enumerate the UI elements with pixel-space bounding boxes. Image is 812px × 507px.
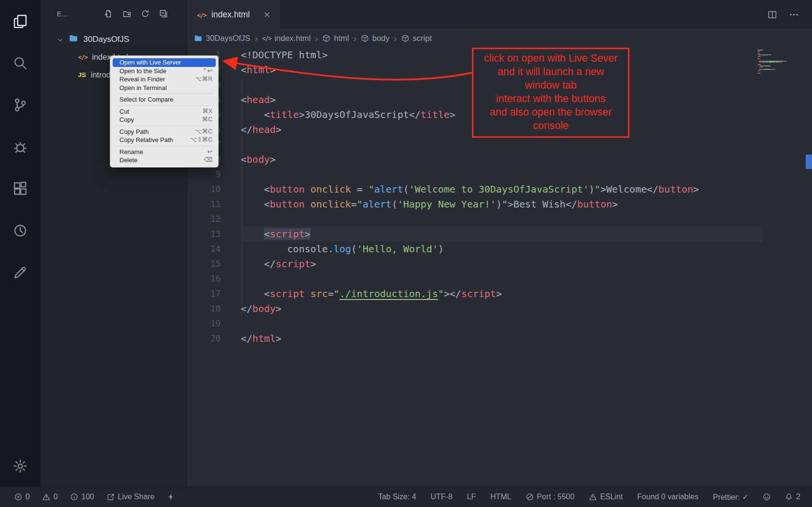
activity-debug[interactable] (0, 126, 40, 168)
menu-item-reveal-in-finder[interactable]: Reveal in Finder⌥⌘R (110, 75, 218, 84)
split-editor-button[interactable] (768, 10, 777, 19)
breadcrumb: 30DaysOfJS›</>index.html›html›body›scrip… (187, 29, 812, 48)
menu-item-open-to-the-side[interactable]: Open to the Side⌃↩ (110, 67, 218, 76)
code-text: <!DOCTYPE html> (221, 48, 328, 63)
port-slash-icon (526, 493, 534, 501)
code-text (221, 212, 241, 227)
code-line-19: 19 (187, 316, 812, 331)
code-line-18: 18</body> (187, 301, 812, 316)
activity-source-control[interactable] (0, 84, 40, 126)
more-dots-icon (789, 10, 799, 19)
menu-shortcut: ⌥⌘C (195, 128, 212, 136)
breadcrumb-separator: › (255, 33, 258, 44)
menu-item-select-for-compare[interactable]: Select for Compare (110, 95, 218, 104)
menu-item-rename[interactable]: Rename↩ (110, 148, 218, 156)
menu-item-cut[interactable]: Cut⌘X (110, 107, 218, 116)
status-info-count[interactable]: 100 (70, 493, 94, 501)
tab-index-html[interactable]: </> index.html (187, 0, 280, 29)
status-quick-action[interactable] (167, 493, 175, 501)
folder-icon (69, 34, 78, 43)
folder-icon (69, 34, 78, 45)
status-label: Prettier: ✓ (713, 493, 748, 502)
status-errors[interactable]: 0 (14, 493, 30, 501)
breadcrumb-script[interactable]: script (401, 34, 432, 43)
status-tab-size[interactable]: Tab Size: 4 (378, 493, 416, 501)
breadcrumb-index-html[interactable]: </>index.html (262, 34, 311, 43)
code-line-10: 10 <button onclick = "alert('Welcome to … (187, 182, 812, 197)
code-text (221, 272, 241, 286)
refresh-button[interactable] (141, 10, 149, 18)
minimap[interactable] (758, 50, 802, 74)
breadcrumb-html[interactable]: html (322, 34, 349, 43)
code-line-16: 16 (187, 272, 812, 286)
breadcrumb-label: body (372, 34, 390, 43)
status-eol[interactable]: LF (467, 493, 476, 501)
collapse-all-button[interactable] (159, 10, 168, 18)
feedback-icon (13, 265, 27, 280)
annotation-line: window tab (475, 78, 626, 92)
warning-triangle-icon (42, 493, 50, 501)
status-eslint[interactable]: ESLint (589, 493, 623, 501)
menu-shortcut: ⌫ (204, 156, 212, 165)
code-text: <script src="./introduction.js"></script… (221, 286, 502, 301)
new-file-button[interactable] (105, 10, 113, 18)
status-language-mode[interactable]: HTML (490, 493, 511, 501)
menu-item-label: Cut (119, 107, 129, 116)
context-menu: Open with Live ServerOpen to the Side⌃↩R… (110, 55, 219, 168)
breadcrumb-separator: › (315, 33, 318, 44)
new-folder-button[interactable] (123, 10, 131, 18)
line-number: 15 (187, 257, 221, 272)
activity-bar (0, 0, 40, 486)
status-label: Found 0 variables (637, 493, 698, 501)
breadcrumb-separator: › (354, 33, 356, 44)
tab-bar: </> index.html (187, 0, 812, 29)
activity-extensions[interactable] (0, 168, 40, 209)
activity-settings-gear[interactable] (0, 449, 40, 483)
menu-item-open-with-live-server[interactable]: Open with Live Server (113, 58, 216, 67)
activity-explorer[interactable] (0, 0, 40, 42)
activity-bar-bottom (0, 449, 40, 483)
code-icon: </> (197, 11, 206, 19)
activity-feedback[interactable] (0, 251, 40, 293)
breadcrumb-30daysofjs[interactable]: 30DaysOfJS (194, 34, 250, 43)
menu-item-copy-relative-path[interactable]: Copy Relative Path⌥⇧⌘C (110, 136, 218, 144)
status-live-server-port[interactable]: Port : 5500 (526, 493, 575, 501)
status-feedback-smiley[interactable] (763, 493, 771, 501)
editor-actions (768, 0, 812, 29)
status-label: 0 (53, 493, 58, 501)
menu-item-open-in-terminal[interactable]: Open in Terminal (110, 84, 218, 92)
breadcrumb-separator: › (394, 33, 397, 44)
line-number: 12 (187, 212, 221, 227)
line-number: 10 (187, 182, 221, 197)
breadcrumb-label: index.html (275, 34, 311, 43)
activity-history[interactable] (0, 209, 40, 251)
code-text: </html> (221, 331, 281, 346)
code-text: console.log('Hello, World') (221, 242, 444, 257)
breadcrumb-body[interactable]: body (361, 34, 390, 43)
new-folder-icon (123, 10, 131, 18)
breadcrumb-label: 30DaysOfJS (206, 34, 250, 43)
status-warnings[interactable]: 0 (42, 493, 58, 501)
status-label: 0 (26, 493, 30, 501)
menu-item-label: Open in Terminal (119, 84, 167, 92)
status-notifications[interactable]: 2 (785, 493, 800, 501)
menu-separator (115, 93, 213, 94)
status-variables-found[interactable]: Found 0 variables (637, 493, 698, 501)
menu-item-delete[interactable]: Delete⌫ (110, 156, 218, 165)
more-actions-button[interactable] (789, 10, 799, 19)
js-icon: JS (78, 71, 86, 79)
code-text (221, 316, 241, 331)
status-encoding[interactable]: UTF-8 (431, 493, 452, 501)
code-line-9: 9 (187, 167, 812, 182)
lightning-icon (167, 493, 175, 501)
menu-item-copy-path[interactable]: Copy Path⌥⌘C (110, 128, 218, 136)
code-line-8: 8<body> (187, 152, 812, 167)
activity-search[interactable] (0, 42, 40, 84)
bell-icon (785, 493, 793, 501)
menu-item-copy[interactable]: Copy⌘C (110, 116, 218, 124)
status-live-share[interactable]: Live Share (107, 493, 155, 501)
status-prettier[interactable]: Prettier: ✓ (713, 493, 748, 502)
tree-root-folder[interactable]: 30DaysOfJS (40, 31, 187, 48)
close-tab-icon[interactable] (263, 11, 271, 18)
status-label: Port : 5500 (537, 493, 575, 501)
